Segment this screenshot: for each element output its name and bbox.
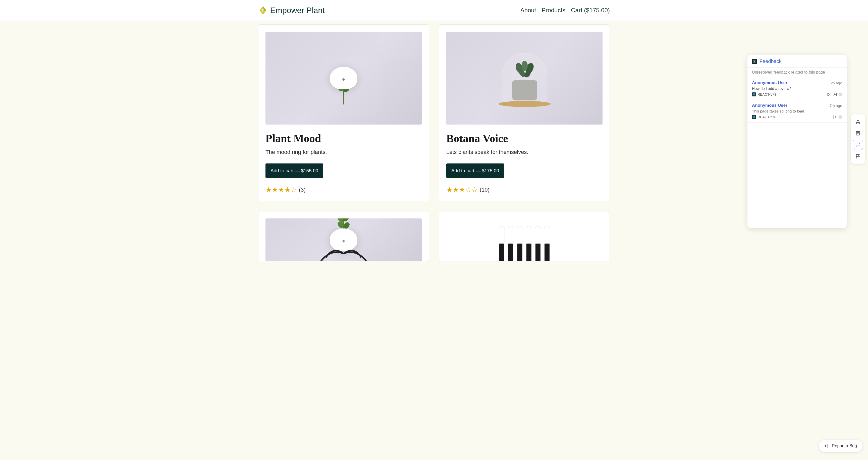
site-header: Empower Plant About Products Cart ($175.… xyxy=(0,0,868,21)
plant-dome-illustration-icon xyxy=(502,53,547,103)
sensor-stick-icon xyxy=(526,226,532,261)
main-content: Plant Mood The mood ring for plants. Add… xyxy=(248,21,620,265)
rating-stars: ★ ★ ★ ★ ☆ xyxy=(266,186,297,194)
star-icon: ★ xyxy=(459,186,465,194)
sensor-stick-icon xyxy=(535,226,541,261)
feedback-tag-label: REACT-579 xyxy=(757,92,776,96)
devtools-sidebar xyxy=(851,114,865,164)
star-outline-icon: ☆ xyxy=(290,186,297,194)
react-tag-icon xyxy=(752,115,756,119)
star-icon: ★ xyxy=(266,186,272,194)
product-title[interactable]: Plant Mood xyxy=(266,132,422,145)
product-grid: Plant Mood The mood ring for plants. Add… xyxy=(258,24,610,261)
sensor-stick-icon xyxy=(544,226,550,261)
product-image[interactable] xyxy=(266,219,422,261)
product-rating: ★ ★ ★ ★ ☆ (3) xyxy=(266,186,422,194)
brand-logo-icon xyxy=(258,5,268,15)
star-icon: ★ xyxy=(446,186,453,194)
nav-cart[interactable]: Cart ($175.00) xyxy=(571,7,610,14)
review-count: (10) xyxy=(480,187,490,193)
product-image[interactable] xyxy=(446,32,602,125)
sensor-stick-icon xyxy=(508,226,514,261)
sensor-stick-icon xyxy=(499,226,505,261)
star-icon: ★ xyxy=(284,186,290,194)
archive-tool-icon[interactable] xyxy=(853,128,863,138)
status-dot-icon[interactable] xyxy=(839,93,842,96)
svg-point-7 xyxy=(522,61,528,71)
brand-name: Empower Plant xyxy=(270,6,325,15)
primary-nav: About Products Cart ($175.00) xyxy=(520,7,610,14)
rating-stars: ★ ★ ★ ☆ ☆ xyxy=(446,186,478,194)
star-icon: ★ xyxy=(272,186,278,194)
sentry-tool-icon[interactable] xyxy=(853,117,863,127)
feedback-panel: Feedback Unresolved feedback related to … xyxy=(747,55,847,228)
feedback-item[interactable]: Anonymous User 7m ago This page takes so… xyxy=(747,100,847,123)
product-image[interactable] xyxy=(266,32,422,125)
product-image[interactable] xyxy=(446,219,602,261)
nav-about[interactable]: About xyxy=(520,7,536,14)
feedback-time: 7m ago xyxy=(830,103,842,108)
svg-point-15 xyxy=(754,61,755,62)
feedback-item[interactable]: Anonymous User 5m ago How do I add a rev… xyxy=(747,77,847,100)
product-card xyxy=(258,211,429,261)
feedback-tag[interactable]: REACT-579 xyxy=(752,92,776,96)
star-outline-icon: ☆ xyxy=(471,186,478,194)
product-card xyxy=(439,211,610,261)
product-description: The mood ring for plants. xyxy=(266,149,422,156)
feedback-user: Anonymous User xyxy=(752,80,787,86)
feedback-subtitle: Unresolved feedback related to this page xyxy=(747,67,847,77)
nav-products[interactable]: Products xyxy=(542,7,566,14)
play-icon[interactable] xyxy=(827,92,831,97)
product-card: Plant Mood The mood ring for plants. Add… xyxy=(258,24,429,201)
spider-legs-icon xyxy=(311,243,376,261)
add-to-cart-button[interactable]: Add to cart — $155.00 xyxy=(266,163,323,178)
feedback-user: Anonymous User xyxy=(752,103,787,108)
star-icon: ★ xyxy=(278,186,284,194)
svg-rect-30 xyxy=(857,133,860,135)
play-icon[interactable] xyxy=(833,115,837,119)
svg-point-25 xyxy=(754,117,754,117)
status-dot-icon[interactable] xyxy=(839,115,842,119)
product-title[interactable]: Botana Voice xyxy=(446,132,602,145)
feedback-tag-label: REACT-578 xyxy=(757,115,776,119)
feedback-title: Feedback xyxy=(760,59,782,64)
product-rating: ★ ★ ★ ☆ ☆ (10) xyxy=(446,186,602,194)
react-app-icon xyxy=(752,59,757,64)
feedback-message: How do I add a review? xyxy=(752,86,842,91)
image-icon[interactable] xyxy=(833,92,837,97)
review-count: (3) xyxy=(299,187,306,193)
svg-point-19 xyxy=(754,94,754,95)
product-description: Lets plants speak for themselves. xyxy=(446,149,602,156)
brand[interactable]: Empower Plant xyxy=(258,5,325,15)
flag-tool-icon[interactable] xyxy=(853,152,863,161)
react-tag-icon xyxy=(752,92,756,96)
star-icon: ★ xyxy=(453,186,459,194)
star-outline-icon: ☆ xyxy=(465,186,471,194)
product-card: Botana Voice Lets plants speak for thems… xyxy=(439,24,610,201)
feedback-tag[interactable]: REACT-578 xyxy=(752,115,776,119)
add-to-cart-button[interactable]: Add to cart — $175.00 xyxy=(446,163,504,178)
feedback-message: This page takes so long to load xyxy=(752,109,842,113)
feedback-time: 5m ago xyxy=(830,81,842,85)
feedback-header[interactable]: Feedback xyxy=(747,55,847,67)
sensor-stick-icon xyxy=(517,226,523,261)
feedback-tool-icon[interactable] xyxy=(853,140,863,150)
